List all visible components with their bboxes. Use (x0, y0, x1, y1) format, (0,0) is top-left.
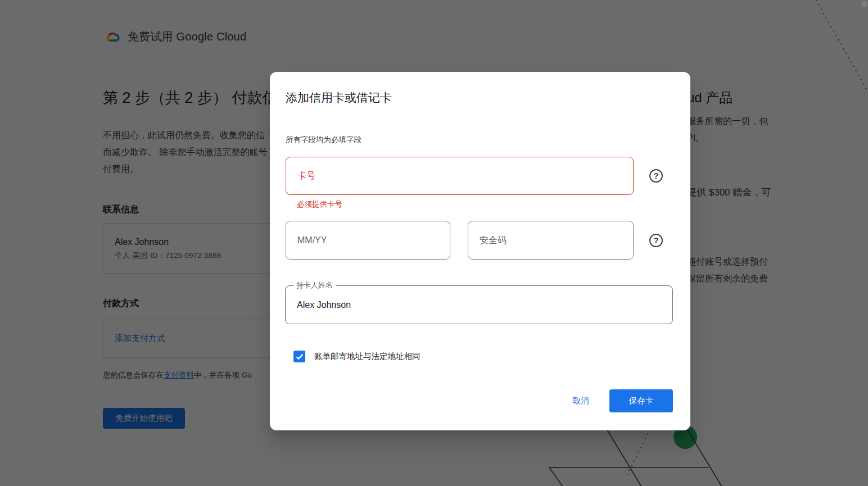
billing-address-checkbox-row[interactable]: 账单邮寄地址与法定地址相同 (293, 351, 421, 362)
security-code-help-icon[interactable]: ? (649, 234, 663, 247)
save-card-button[interactable]: 保存卡 (609, 389, 673, 412)
required-fields-note: 所有字段均为必填字段 (286, 135, 361, 145)
cardholder-name-input[interactable] (285, 285, 673, 324)
card-number-error: 必须提供卡号 (297, 199, 342, 210)
security-code-input[interactable] (468, 221, 634, 260)
cancel-button[interactable]: 取消 (567, 391, 595, 411)
billing-address-checkbox[interactable] (293, 351, 305, 362)
card-number-help-icon[interactable]: ? (649, 169, 663, 183)
dialog-actions: 取消 保存卡 (567, 389, 673, 412)
checkmark-icon (296, 353, 304, 360)
screen: 免费试用 Google Cloud 第 2 步（共 2 步） 付款信 不用担心，… (0, 0, 868, 486)
expiry-input[interactable] (286, 221, 450, 260)
cardholder-name-label: 持卡人姓名 (293, 281, 336, 290)
card-number-input[interactable] (286, 157, 634, 195)
add-card-dialog: 添加信用卡或借记卡 所有字段均为必填字段 必须提供卡号 ? ? 持卡人姓名 账单… (270, 72, 690, 430)
cardholder-field-wrap: 持卡人姓名 (285, 285, 673, 324)
billing-address-checkbox-label: 账单邮寄地址与法定地址相同 (314, 351, 421, 362)
dialog-title: 添加信用卡或借记卡 (286, 90, 392, 106)
dot-decoration (861, 1, 867, 7)
